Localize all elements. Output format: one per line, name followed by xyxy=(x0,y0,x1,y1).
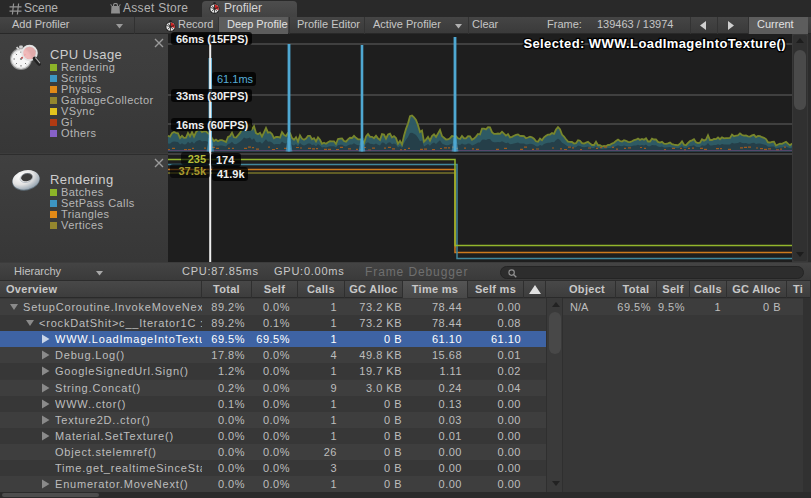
svg-text:41.9k: 41.9k xyxy=(217,168,245,180)
svg-text:Selected: WWW.LoadImageIntoTex: Selected: WWW.LoadImageIntoTexture() xyxy=(523,36,786,51)
svg-text:174: 174 xyxy=(216,154,235,166)
svg-text:16ms (60FPS): 16ms (60FPS) xyxy=(176,119,248,131)
svg-text:66ms (15FPS): 66ms (15FPS) xyxy=(176,33,248,45)
svg-text:61.1ms: 61.1ms xyxy=(217,73,254,85)
svg-text:235: 235 xyxy=(188,153,206,165)
svg-text:33ms (30FPS): 33ms (30FPS) xyxy=(176,90,248,102)
svg-text:37.5k: 37.5k xyxy=(178,165,206,177)
